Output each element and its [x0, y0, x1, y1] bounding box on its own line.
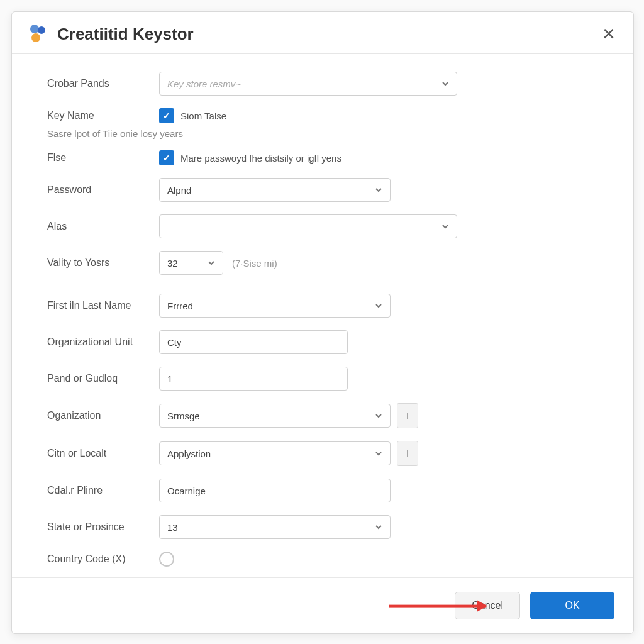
dialog-footer: Cancel OK: [12, 577, 633, 633]
city-label: Citn or Localt: [47, 448, 159, 459]
flse-checkbox-label: Mare passwoyd fhe distsily or igfl yens: [180, 153, 341, 164]
pand-input[interactable]: [159, 367, 348, 391]
validity-hint: (7·Sise mi): [232, 258, 277, 269]
svg-point-0: [30, 25, 39, 33]
svg-point-1: [38, 26, 45, 34]
country-label: Country Code (X): [47, 553, 159, 565]
chevron-down-icon: [208, 259, 215, 267]
chevron-down-icon: [375, 412, 382, 419]
app-logo-icon: [27, 23, 48, 45]
password-select[interactable]: Alpnd: [159, 178, 391, 202]
close-icon[interactable]: ✕: [602, 26, 616, 42]
org-unit-input[interactable]: [159, 330, 348, 354]
organization-aux-button[interactable]: I: [397, 403, 418, 428]
organization-value: Srmsge: [167, 411, 200, 421]
chevron-down-icon: [375, 302, 382, 309]
organization-label: Oganization: [47, 410, 159, 421]
password-value: Alpnd: [167, 185, 191, 196]
flse-checkbox[interactable]: [159, 150, 174, 165]
chevron-down-icon: [375, 450, 382, 457]
flse-label: Flse: [47, 152, 159, 164]
state-value: 13: [167, 522, 178, 533]
city-select[interactable]: Applystion: [159, 441, 391, 465]
chevron-down-icon: [441, 223, 449, 230]
form-body: Crobar Pands Key store resmv~ Key Name S…: [12, 54, 633, 577]
key-name-label: Key Name: [47, 110, 159, 121]
alias-label: Alas: [47, 221, 159, 232]
svg-point-2: [31, 33, 40, 42]
chevron-down-icon: [375, 186, 382, 194]
state-select[interactable]: 13: [159, 515, 391, 539]
password-label: Password: [47, 184, 159, 196]
titlebar: Creatiitid Keystor ✕: [12, 12, 633, 54]
cdalr-label: Cdal.r Plinre: [47, 485, 159, 496]
store-path-label: Crobar Pands: [47, 78, 159, 89]
city-aux-button[interactable]: I: [397, 441, 418, 466]
first-last-value: Frrred: [167, 301, 193, 311]
country-radio[interactable]: [159, 552, 174, 567]
annotation-arrow-icon: [389, 600, 487, 612]
key-name-checkbox-label: Siom Talse: [180, 111, 226, 121]
cdalr-input[interactable]: [159, 479, 391, 502]
validity-value: 32: [167, 258, 178, 269]
title-left: Creatiitid Keystor: [27, 23, 194, 45]
dialog-window: Creatiitid Keystor ✕ Crobar Pands Key st…: [11, 11, 634, 634]
chevron-down-icon: [441, 80, 449, 87]
chevron-down-icon: [375, 523, 382, 531]
alias-select[interactable]: [159, 214, 457, 238]
organization-select[interactable]: Srmsge: [159, 404, 391, 428]
validity-select[interactable]: 32: [159, 251, 223, 275]
state-label: State or Prosince: [47, 521, 159, 533]
key-name-checkbox[interactable]: [159, 108, 174, 123]
dialog-title: Creatiitid Keystor: [57, 25, 194, 44]
first-last-label: First iln Last Name: [47, 300, 159, 311]
city-value: Applystion: [167, 448, 211, 459]
validity-label: Vality to Yosrs: [47, 257, 159, 269]
pand-label: Pand or Gudloq: [47, 373, 159, 384]
org-unit-label: Organizational Unit: [47, 336, 159, 348]
key-name-subtext: Sasre lpot of Tiie onie losy years: [47, 128, 608, 139]
store-path-placeholder: Key store resmv~: [167, 79, 241, 89]
store-path-select[interactable]: Key store resmv~: [159, 72, 457, 96]
ok-button[interactable]: OK: [530, 592, 614, 619]
first-last-select[interactable]: Frrred: [159, 294, 391, 318]
